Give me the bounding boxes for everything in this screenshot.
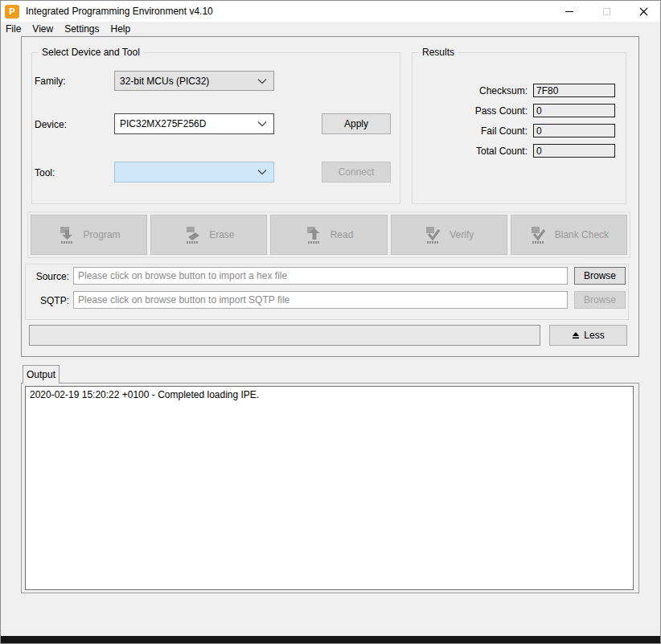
menu-help[interactable]: Help: [105, 23, 137, 35]
family-label: Family:: [35, 76, 66, 87]
program-button[interactable]: Program: [31, 215, 147, 255]
close-button[interactable]: [625, 1, 661, 22]
apply-button[interactable]: Apply: [322, 113, 391, 134]
blank-check-button[interactable]: Blank Check: [511, 215, 627, 255]
menubar: File View Settings Help: [1, 22, 661, 36]
maximize-button[interactable]: [588, 1, 625, 22]
app-window: P Integrated Programming Environment v4.…: [0, 0, 661, 644]
blank-check-icon: [529, 225, 548, 244]
checksum-value: 7F80: [533, 84, 615, 97]
read-button[interactable]: Read: [270, 215, 387, 255]
browse-sqtp-button[interactable]: Browse: [574, 291, 626, 309]
fail-count-value: 0: [533, 124, 615, 137]
group-title: Select Device and Tool: [39, 47, 143, 58]
bottom-bar: [1, 636, 661, 644]
less-button[interactable]: Less: [549, 325, 627, 346]
program-icon: [58, 225, 77, 244]
tab-output[interactable]: Output: [23, 365, 60, 384]
total-count-value: 0: [533, 144, 615, 158]
close-icon: [639, 7, 648, 16]
erase-icon: [183, 225, 203, 244]
group-title: Results: [419, 47, 458, 58]
source-label: Source:: [25, 271, 69, 282]
read-icon: [305, 225, 324, 244]
app-logo-icon: P: [5, 5, 19, 18]
less-eject-icon: [572, 332, 580, 339]
menu-file[interactable]: File: [1, 23, 27, 35]
sqtp-input[interactable]: [73, 291, 568, 309]
fail-count-label: Fail Count:: [419, 125, 528, 137]
chevron-down-icon: [257, 121, 267, 127]
connect-button[interactable]: Connect: [322, 162, 391, 183]
browse-source-button[interactable]: Browse: [574, 267, 626, 285]
device-value: PIC32MX275F256D: [120, 118, 206, 129]
progress-bar: [29, 325, 540, 346]
output-log[interactable]: 2020-02-19 15:20:22 +0100 - Completed lo…: [25, 386, 634, 590]
log-line: 2020-02-19 15:20:22 +0100 - Completed lo…: [26, 387, 633, 403]
pass-count-label: Pass Count:: [419, 105, 528, 117]
chevron-down-icon: [257, 170, 267, 175]
window-title: Integrated Programming Environment v4.10: [26, 6, 213, 17]
erase-button[interactable]: Erase: [150, 215, 267, 255]
tool-label: Tool:: [35, 167, 55, 178]
checksum-label: Checksum:: [419, 85, 528, 96]
device-label: Device:: [35, 119, 67, 130]
tool-select[interactable]: [114, 162, 274, 183]
titlebar[interactable]: P Integrated Programming Environment v4.…: [1, 1, 661, 22]
menu-view[interactable]: View: [27, 23, 59, 35]
menu-settings[interactable]: Settings: [59, 23, 105, 35]
maximize-icon: [603, 8, 610, 15]
total-count-label: Total Count:: [419, 146, 528, 157]
pass-count-value: 0: [533, 104, 615, 117]
minimize-button[interactable]: [551, 1, 588, 22]
minimize-icon: [565, 11, 573, 12]
family-value: 32-bit MCUs (PIC32): [120, 76, 209, 87]
action-button-row: Program Erase Read Verify: [27, 211, 630, 258]
family-select[interactable]: 32-bit MCUs (PIC32): [114, 71, 274, 91]
verify-icon: [424, 225, 443, 244]
device-select[interactable]: PIC32MX275F256D: [114, 113, 274, 134]
sqtp-label: SQTP:: [25, 295, 69, 306]
verify-button[interactable]: Verify: [391, 215, 507, 255]
chevron-down-icon: [257, 78, 267, 84]
source-input[interactable]: [73, 267, 568, 285]
